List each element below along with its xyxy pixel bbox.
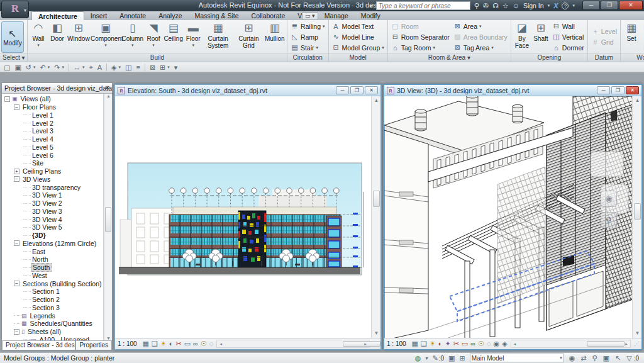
panel-label-datum[interactable]: Datum (588, 53, 620, 62)
select-panel-label[interactable]: Select ▾ (0, 53, 27, 62)
model-line-button[interactable]: ∿Model Line (330, 32, 386, 42)
undo-button-dropdown-icon[interactable]: ▾ (48, 65, 50, 70)
tab-manage[interactable]: Manage (318, 11, 355, 20)
worksharing-display-toggle-icon[interactable]: ◉ (569, 354, 575, 362)
design-options-icon[interactable]: ▣ (448, 354, 455, 362)
exclude-options-icon[interactable]: ⊞ (459, 354, 465, 362)
tag-area-button[interactable]: ⊠Tag Area▾ (452, 43, 509, 53)
close-button[interactable]: ✕ (619, 1, 643, 10)
tree-item-section-1[interactable]: Section 1 (2, 288, 103, 296)
panel-label-build[interactable]: Build (28, 53, 287, 62)
area-button[interactable]: ⊠Area▾ (452, 21, 509, 31)
tree-item-east[interactable]: East (2, 247, 103, 255)
unlocked-view-icon[interactable]: ◌ (487, 340, 491, 348)
tree-item-ceiling-plans[interactable]: +Ceiling Plans (2, 167, 103, 176)
drag-elements-on-selection-icon[interactable]: ↖ (615, 354, 621, 362)
displaced-elements-icon[interactable]: ◈ (502, 340, 507, 348)
redo-button[interactable]: ↷ (54, 63, 60, 72)
crop-view-icon[interactable]: ✂ (453, 340, 459, 348)
tree-item-3d-view-4[interactable]: 3D View 4 (2, 215, 103, 223)
show-button[interactable]: ▤Show (641, 21, 644, 31)
tab-insert[interactable]: Insert (84, 11, 113, 20)
reveal-constraints-icon[interactable]: ⇄ (580, 354, 586, 362)
three-d-restore-button[interactable]: ❐ (611, 86, 625, 94)
tree-item-level-5[interactable]: Level 5 (2, 143, 103, 152)
collapse-icon[interactable]: − (14, 176, 19, 182)
tree-item-3d[interactable]: {3D} (2, 232, 103, 240)
redo-button-dropdown-icon[interactable]: ▾ (62, 65, 65, 70)
section-button[interactable]: ◫ (125, 63, 131, 72)
panel-label-circulation[interactable]: Circulation (287, 53, 328, 62)
collapse-icon[interactable]: − (4, 96, 10, 102)
three-d-vertical-scrollbar[interactable]: ▲ ▼ (632, 96, 641, 338)
tree-item-legends[interactable]: ▤Legends (2, 311, 103, 320)
search-icon[interactable]: ⚲ (474, 2, 479, 10)
open-button[interactable]: ▢ (4, 63, 10, 72)
collapse-icon[interactable]: − (14, 240, 19, 246)
maximize-button[interactable]: ❐ (601, 1, 618, 10)
tree-item-west[interactable]: West (2, 272, 103, 280)
three-d-close-button[interactable]: ✕ (626, 86, 639, 94)
tree-item-3d-view-3[interactable]: 3D View 3 (2, 208, 103, 216)
tree-item-level-4[interactable]: Level 4 (2, 135, 103, 143)
room-separator-button[interactable]: ⊟Room Separator (389, 32, 452, 42)
customize-qat-button[interactable]: ▾ (174, 63, 178, 72)
temporary-hide-isolate-icon[interactable]: ∞ (470, 340, 475, 348)
collapse-icon[interactable]: − (14, 281, 19, 286)
ramp-button[interactable]: ◺Ramp (289, 32, 327, 42)
infocenter-collapse-icon[interactable]: ▸ (370, 3, 372, 9)
elevation-vertical-scrollbar[interactable]: ▲ ▼ (371, 96, 380, 338)
tree-item-3d-transparency[interactable]: 3D transparency (2, 183, 103, 191)
signin-user-icon[interactable]: ☺ (513, 2, 519, 10)
by-face-button[interactable]: ◪By Face (513, 21, 531, 53)
show-rendering-dialog-icon[interactable]: ✦ (445, 340, 450, 348)
steering-wheel-icon[interactable]: ◉ (601, 191, 617, 207)
ribbon-minimize-toggle[interactable]: ▭ ▾ (302, 12, 318, 20)
three-d-canvas[interactable]: ◉ ⚲ (384, 96, 632, 338)
viewer-button[interactable]: ◨Viewer (641, 43, 644, 53)
panel-label-work-plane[interactable]: Work Plane (621, 53, 644, 62)
tree-item-3d-view-5[interactable]: 3D View 5 (2, 223, 103, 232)
modify-button[interactable]: ↖ Modify (1, 21, 24, 53)
search-input[interactable] (376, 1, 470, 10)
sun-path-icon[interactable]: ☀ (430, 340, 436, 348)
expand-icon[interactable]: + (14, 169, 19, 174)
tree-item-site[interactable]: Site (2, 159, 103, 167)
sign-in-button[interactable]: Sign In (523, 2, 544, 9)
tree-item-schedules-quantities[interactable]: ▦Schedules/Quantities (2, 320, 103, 328)
sync-with-central-button-dropdown-icon[interactable]: ▾ (33, 65, 36, 70)
resize-grip[interactable]: ⋰ (634, 340, 639, 348)
floor-button[interactable]: ▬Floor▾ (184, 21, 203, 53)
save-button[interactable]: ▣ (14, 63, 21, 72)
shadows-icon[interactable]: ◐ (438, 340, 443, 348)
worksharing-display-icon[interactable]: ◉ (494, 340, 500, 348)
three-d-horizontal-scrollbar[interactable]: ◂ ▸ (511, 340, 631, 348)
stair-button[interactable]: ▤Stair▾ (289, 43, 327, 53)
curtain-system-button[interactable]: ▦Curtain System (203, 21, 233, 53)
tab-collaborate[interactable]: Collaborate (245, 11, 292, 20)
tree-item-3d-views[interactable]: −3D Views (2, 176, 103, 184)
crop-view-icon[interactable]: ✂ (175, 340, 181, 348)
minimize-button[interactable]: ─ (582, 1, 600, 10)
thin-lines-button[interactable]: ≡ (136, 63, 140, 72)
tree-item-3d-view-1[interactable]: 3D View 1 (2, 191, 103, 199)
aligned-dimension-button[interactable]: ↔ (74, 63, 80, 72)
model-group-button[interactable]: ⊡Model Group▾ (330, 43, 386, 53)
dormer-button[interactable]: ⌂Dormer (550, 43, 586, 53)
tree-item-a100-unnamed[interactable]: ▭A100 - Unnamed (2, 336, 103, 341)
set-button[interactable]: ▦Set (622, 21, 641, 53)
show-crop-region-icon[interactable]: ▭ (184, 340, 191, 348)
tree-item-level-6[interactable]: Level 6 (2, 151, 103, 159)
editable-only-icon[interactable]: ✎ (432, 354, 438, 362)
tree-item-section-3[interactable]: Section 3 (2, 304, 103, 312)
tab-project-browser[interactable]: Project Browser - 3d design viz_... (2, 341, 75, 350)
collapse-icon[interactable]: − (14, 329, 19, 335)
roof-button[interactable]: ◥Roof▾ (144, 21, 163, 53)
show-crop-region-icon[interactable]: ▭ (462, 340, 468, 348)
collapse-icon[interactable]: − (14, 104, 19, 110)
project-browser-close-icon[interactable]: ✕ (105, 84, 110, 91)
railing-button[interactable]: ≣Railing▾ (289, 21, 327, 31)
close-hidden-windows-button[interactable]: ⊠ (150, 63, 155, 72)
elevation-canvas[interactable] (115, 96, 371, 338)
undo-button[interactable]: ↶ (40, 63, 46, 72)
